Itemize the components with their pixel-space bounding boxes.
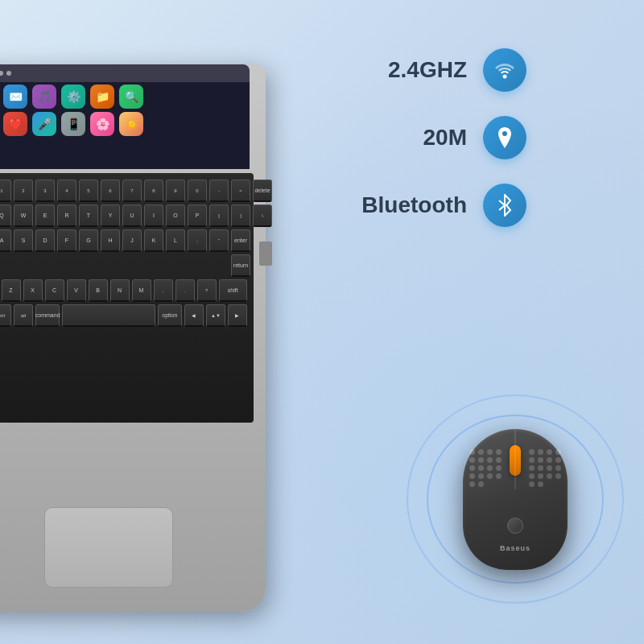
spec-ghz-label: 2.4GHZ (354, 57, 467, 83)
location-icon (483, 116, 526, 159)
specs-container: 2.4GHZ 20M Bluetooth (354, 48, 612, 227)
spec-ghz: 2.4GHZ (354, 48, 612, 92)
trackpad (44, 507, 173, 588)
mouse-brand-label: Baseus (500, 544, 530, 552)
bluetooth-icon (483, 184, 526, 227)
command-key: command (35, 304, 60, 327)
keyboard: esc 1 2 3 4 5 6 7 8 9 0 - = delete tab Q… (0, 173, 254, 423)
spec-range-label: 20M (354, 125, 467, 151)
wifi-icon (483, 48, 526, 92)
mouse-dpi-button (507, 518, 523, 534)
laptop-body: 📷 ✉️ 🎵 ⚙️ 📁 🔍 🎨 ❤️ 🎤 📱 🌸 ☀️ esc 1 2 (0, 64, 266, 612)
spec-range: 20M (354, 116, 612, 159)
mouse-button-divider (514, 429, 516, 489)
mouse-dots-right (529, 449, 561, 497)
mouse-container: Baseus (402, 378, 628, 620)
svg-point-1 (502, 131, 507, 136)
svg-point-0 (503, 75, 507, 79)
laptop: 📷 ✉️ 🎵 ⚙️ 📁 🔍 🎨 ❤️ 🎤 📱 🌸 ☀️ esc 1 2 (0, 0, 290, 644)
mouse-dots-left (469, 449, 502, 497)
spec-bluetooth-label: Bluetooth (354, 192, 467, 218)
usb-port (259, 242, 272, 266)
option-key: option (158, 304, 182, 327)
laptop-screen: 📷 ✉️ 🎵 ⚙️ 📁 🔍 🎨 ❤️ 🎤 📱 🌸 ☀️ (0, 64, 250, 169)
spec-bluetooth: Bluetooth (354, 184, 612, 227)
mouse-body: Baseus (463, 429, 568, 570)
